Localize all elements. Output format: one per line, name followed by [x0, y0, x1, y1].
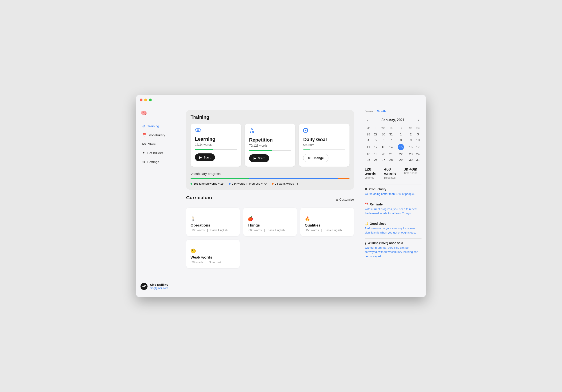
daily-goal-icon — [303, 128, 345, 134]
calendar-day-15[interactable]: 15 — [395, 143, 407, 151]
calendar-day-3[interactable]: 3 — [414, 131, 422, 137]
in-progress-label: 234 words In progress + 70 — [232, 182, 267, 185]
calendar-day-23[interactable]: 23 — [407, 151, 414, 157]
calendar-day-13[interactable]: 13 — [379, 143, 387, 151]
learning-progress-bar — [195, 149, 237, 150]
calendar-day-10[interactable]: 10 — [414, 137, 422, 143]
month-toggle[interactable]: Month — [376, 109, 387, 114]
curriculum-card-weak-words[interactable]: 😟 Weak words 28 words | Smart set — [186, 240, 240, 268]
calendar-week-4: 25262728293031 — [365, 157, 422, 163]
vocabulary-progress: Vocabulary progress 156 learned words + … — [190, 172, 350, 185]
divider-1 — [365, 184, 422, 185]
calendar-day-6[interactable]: 6 — [379, 137, 387, 143]
learning-card-icon — [195, 128, 237, 134]
calendar-day-16[interactable]: 16 — [407, 143, 414, 151]
calendar-next-button[interactable]: › — [415, 117, 422, 123]
sidebar-item-training[interactable]: ⊕ Training — [138, 122, 178, 130]
repetition-progress-bar — [249, 150, 291, 151]
operations-separator: | — [207, 229, 209, 232]
user-email: me@gmail.com — [150, 287, 168, 290]
user-info: Alex Kulikov me@gmail.com — [150, 283, 168, 290]
calendar-day-26[interactable]: 26 — [372, 157, 379, 163]
calendar-day-18[interactable]: 18 — [365, 151, 372, 157]
divider-3 — [365, 219, 422, 219]
calendar-day-19[interactable]: 19 — [372, 151, 379, 157]
calendar-grid: Mo Tu We Th Fr Sa Su 2829303112345678910… — [365, 126, 422, 163]
reminder-label: Reminder — [370, 203, 384, 206]
good-sleep-text: Performance on your memory increases sig… — [365, 226, 422, 235]
repetition-start-button[interactable]: ▶ Start — [249, 154, 269, 162]
minimize-button[interactable] — [144, 99, 147, 101]
productivity-icon: ⊛ — [365, 187, 367, 191]
curriculum-card-operations[interactable]: 🚶 Operations 100 words | Basic English — [186, 208, 240, 236]
calendar-day-14[interactable]: 14 — [387, 143, 395, 151]
calendar-day-31[interactable]: 31 — [414, 157, 422, 163]
calendar-day-4[interactable]: 4 — [365, 137, 372, 143]
qualities-words: 150 words — [305, 229, 319, 232]
calendar-day-22[interactable]: 22 — [395, 151, 407, 157]
stat-time-spent: 3h 40m Time spent — [404, 167, 422, 179]
insight-productivity: ⊛ Productivity You're doing better than … — [365, 187, 422, 196]
calendar-day-12[interactable]: 12 — [372, 143, 379, 151]
calendar-day-9[interactable]: 9 — [407, 137, 414, 143]
learning-start-button[interactable]: ▶ Start — [195, 153, 215, 161]
cal-day-tu: Tu — [372, 126, 379, 131]
calendar-day-29[interactable]: 29 — [395, 157, 407, 163]
calendar-day-30[interactable]: 30 — [379, 131, 387, 137]
calendar-prev-button[interactable]: ‹ — [365, 117, 371, 123]
calendar-day-30[interactable]: 30 — [407, 157, 414, 163]
customise-button[interactable]: ⊞ Customise — [335, 198, 354, 201]
curriculum-card-things[interactable]: 🍎 Things 600 words | Basic English — [243, 208, 297, 236]
stat-time-label: Time spent — [404, 172, 422, 175]
reminder-icon: 📅 — [365, 203, 368, 206]
weak-words-count: 28 words — [191, 261, 203, 264]
sidebar-item-vocabulary[interactable]: 📅 Vocabulary — [138, 131, 178, 139]
insight-good-sleep-title: 🌙 Good sleep — [365, 222, 422, 225]
sidebar-label-vocabulary: Vocabulary — [149, 133, 165, 137]
calendar-day-11[interactable]: 11 — [365, 143, 372, 151]
calendar-day-20[interactable]: 20 — [379, 151, 387, 157]
operations-emoji: 🚶 — [190, 216, 235, 221]
curriculum-header: Curriculum ⊞ Customise — [186, 195, 354, 204]
week-toggle[interactable]: Week — [365, 109, 374, 114]
curriculum-grid: 🚶 Operations 100 words | Basic English 🍎… — [186, 208, 354, 236]
calendar-day-21[interactable]: 21 — [387, 151, 395, 157]
learning-card-subtitle: 15/34 words — [195, 143, 237, 146]
sidebar-item-store[interactable]: 🛍 Store — [138, 140, 178, 148]
curriculum-card-qualities[interactable]: 🔥 Qualities 150 words | Basic English — [300, 208, 354, 236]
user-name: Alex Kulikov — [150, 283, 168, 287]
close-button[interactable] — [140, 99, 142, 101]
calendar-day-28[interactable]: 28 — [387, 157, 395, 163]
calendar-day-8[interactable]: 8 — [395, 137, 407, 143]
divider-2 — [365, 200, 422, 200]
sidebar-label-settings: Settings — [147, 160, 159, 164]
calendar-week-3: 18192021222324 — [365, 151, 422, 157]
daily-goal-change-button[interactable]: ⚙ Change — [303, 154, 328, 162]
calendar-day-2[interactable]: 2 — [407, 131, 414, 137]
calendar-week-2: 11121314151617 — [365, 143, 422, 151]
cal-day-sa: Sa — [407, 126, 414, 131]
repetition-progress-fill — [249, 150, 272, 151]
maximize-button[interactable] — [149, 99, 152, 101]
things-set: Basic English — [268, 229, 285, 232]
vocab-multi-progress — [190, 178, 350, 179]
operations-name: Operations — [190, 223, 235, 228]
stat-time-value: 3h 40m — [404, 167, 422, 172]
calendar-day-7[interactable]: 7 — [387, 137, 395, 143]
productivity-label: Productivity — [369, 187, 386, 191]
wilkins-icon: § — [365, 241, 366, 245]
calendar-day-28[interactable]: 28 — [365, 131, 372, 137]
sidebar-item-set-builder[interactable]: ✦ Set builder — [138, 149, 178, 157]
calendar-day-25[interactable]: 25 — [365, 157, 372, 163]
calendar-day-17[interactable]: 17 — [414, 143, 422, 151]
calendar-day-24[interactable]: 24 — [414, 151, 422, 157]
calendar-day-27[interactable]: 27 — [379, 157, 387, 163]
calendar-day-1[interactable]: 1 — [395, 131, 407, 137]
sidebar-item-settings[interactable]: ⊛ Settings — [138, 158, 178, 166]
calendar-day-5[interactable]: 5 — [372, 137, 379, 143]
curriculum-title: Curriculum — [186, 195, 212, 201]
curriculum-extra-grid: 😟 Weak words 28 words | Smart set — [186, 240, 354, 268]
calendar-day-29[interactable]: 29 — [372, 131, 379, 137]
calendar-day-31[interactable]: 31 — [387, 131, 395, 137]
sidebar-nav: ⊕ Training 📅 Vocabulary 🛍 Store ✦ Set bu… — [136, 121, 180, 279]
